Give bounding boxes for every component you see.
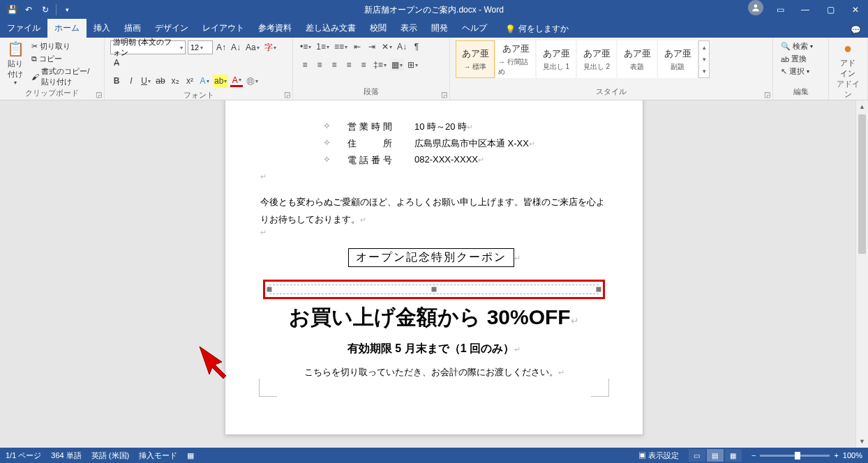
text-effects-icon[interactable]: A xyxy=(198,75,211,87)
show-marks-icon[interactable]: ¶ xyxy=(410,40,423,53)
macro-record-icon[interactable]: ▦ xyxy=(187,451,194,460)
grow-font-icon[interactable]: A↑ xyxy=(215,41,227,54)
style-gallery-more[interactable]: ▴▾▾ xyxy=(698,40,710,78)
enclose-char-icon[interactable]: ㊐ xyxy=(245,75,260,87)
change-case-icon[interactable]: Aa xyxy=(244,41,261,54)
select-button[interactable]: ↖選択▾ xyxy=(779,66,815,77)
minimize-icon[interactable]: ― xyxy=(793,0,818,20)
zoom-knob[interactable] xyxy=(795,452,800,460)
style-heading1[interactable]: あア亜見出し 1 xyxy=(537,40,576,78)
format-painter-button[interactable]: 🖌書式のコピー/貼り付け xyxy=(29,66,98,88)
resize-handle-center[interactable] xyxy=(432,287,437,292)
zoom-out-icon[interactable]: − xyxy=(751,451,756,460)
display-settings[interactable]: ▣ 表示設定 xyxy=(638,450,679,461)
copy-button[interactable]: ⧉コピー xyxy=(29,53,98,65)
clipboard-launcher-icon[interactable]: ◲ xyxy=(94,90,103,98)
comments-icon[interactable]: 💬 xyxy=(851,25,861,35)
clear-format-icon[interactable]: A̶ xyxy=(110,56,123,69)
scroll-thumb[interactable] xyxy=(858,114,866,254)
tab-layout[interactable]: レイアウト xyxy=(195,19,251,38)
style-heading2[interactable]: あア亜見出し 2 xyxy=(577,40,616,78)
phonetic-guide-icon[interactable]: 字 xyxy=(263,41,278,54)
subscript-icon[interactable]: x₂ xyxy=(169,75,181,87)
strike-icon[interactable]: ab xyxy=(154,75,167,87)
zoom-slider[interactable] xyxy=(760,455,830,457)
tab-file[interactable]: ファイル xyxy=(0,19,47,38)
zoom-value[interactable]: 100% xyxy=(843,451,862,460)
style-normal[interactable]: あア亜→ 標準 xyxy=(456,40,495,78)
document-area[interactable]: ✧営業時間10 時～20 時↵ ✧住 所広島県広島市中区本通 X-XX↵ ✧電話… xyxy=(0,100,868,448)
font-size-combo[interactable]: 12▾ xyxy=(188,40,213,54)
shrink-font-icon[interactable]: A↓ xyxy=(230,41,242,54)
resize-handle-right[interactable] xyxy=(597,287,601,292)
addin-button[interactable]: ●アド イン xyxy=(835,40,861,79)
redo-icon[interactable]: ↻ xyxy=(38,2,53,17)
tab-help[interactable]: ヘルプ xyxy=(455,19,494,38)
cut-button[interactable]: ✂切り取り xyxy=(29,40,98,52)
scroll-down-icon[interactable]: ▼ xyxy=(856,435,868,448)
align-right-icon[interactable]: ≡ xyxy=(328,59,341,71)
superscript-icon[interactable]: x² xyxy=(184,75,196,87)
view-print-icon[interactable]: ▤ xyxy=(707,449,724,462)
tab-home[interactable]: ホーム xyxy=(47,19,87,38)
borders-icon[interactable]: ⊞ xyxy=(406,59,419,71)
shading-icon[interactable]: ▦ xyxy=(390,59,404,71)
tab-developer[interactable]: 開発 xyxy=(424,19,455,38)
font-launcher-icon[interactable]: ◲ xyxy=(283,90,291,98)
sort-icon[interactable]: A↓ xyxy=(396,40,408,53)
status-mode[interactable]: 挿入モード xyxy=(139,450,177,461)
tab-references[interactable]: 参考資料 xyxy=(251,19,299,38)
styles-launcher-icon[interactable]: ◲ xyxy=(763,90,771,98)
style-subtitle[interactable]: あア亜副題 xyxy=(658,40,697,78)
bullets-icon[interactable]: •≡ xyxy=(299,40,313,53)
style-title[interactable]: あア亜表題 xyxy=(618,40,657,78)
user-avatar-icon[interactable] xyxy=(748,0,763,15)
align-center-icon[interactable]: ≡ xyxy=(313,59,326,71)
tel-label: 電話番号 xyxy=(347,154,398,167)
undo-icon[interactable]: ↶ xyxy=(21,2,36,17)
underline-icon[interactable]: U xyxy=(140,75,152,87)
resize-handle-left[interactable] xyxy=(267,287,272,292)
status-page[interactable]: 1/1 ページ xyxy=(6,450,41,461)
tab-view[interactable]: 表示 xyxy=(394,19,424,38)
line-spacing-icon[interactable]: ‡≡ xyxy=(372,59,388,71)
tab-design[interactable]: デザイン xyxy=(148,19,195,38)
indent-decrease-icon[interactable]: ⇤ xyxy=(351,40,364,53)
font-color-icon[interactable]: A xyxy=(230,75,243,87)
coupon-title-text: オープン記念特別クーポン xyxy=(356,251,507,263)
font-name-combo[interactable]: 游明朝 (本文のフォン▾ xyxy=(110,40,186,54)
replace-button[interactable]: ab置換 xyxy=(779,53,815,65)
tab-draw[interactable]: 描画 xyxy=(117,19,148,38)
tell-me-search[interactable]: 💡 何をしますか xyxy=(500,20,574,38)
paragraph-launcher-icon[interactable]: ◲ xyxy=(440,90,448,98)
tab-mailings[interactable]: 差し込み文書 xyxy=(299,19,363,38)
qat-customize-icon[interactable]: ▾ xyxy=(59,2,75,17)
justify-icon[interactable]: ≡ xyxy=(343,59,355,71)
style-no-spacing[interactable]: あア亜→ 行間詰め xyxy=(496,40,535,78)
maximize-icon[interactable]: ▢ xyxy=(818,0,843,20)
view-web-icon[interactable]: ▦ xyxy=(725,449,742,462)
ribbon-display-icon[interactable]: ▭ xyxy=(768,0,793,20)
tab-review[interactable]: 校閲 xyxy=(363,19,394,38)
multilevel-icon[interactable]: ≡≡ xyxy=(333,40,349,53)
close-icon[interactable]: ✕ xyxy=(843,0,868,20)
view-read-icon[interactable]: ▭ xyxy=(689,449,705,462)
distribute-icon[interactable]: ≡ xyxy=(357,59,370,71)
status-words[interactable]: 364 単語 xyxy=(51,450,81,461)
highlight-icon[interactable]: ab xyxy=(213,75,228,87)
bold-icon[interactable]: B xyxy=(110,75,123,87)
save-icon[interactable]: 💾 xyxy=(4,2,20,17)
align-left-icon[interactable]: ≡ xyxy=(299,59,311,71)
italic-icon[interactable]: I xyxy=(125,75,137,87)
find-button[interactable]: 🔍検索▾ xyxy=(779,40,815,52)
indent-increase-icon[interactable]: ⇥ xyxy=(366,40,378,53)
numbering-icon[interactable]: 1≡ xyxy=(315,40,331,53)
zoom-in-icon[interactable]: + xyxy=(834,451,838,460)
status-language[interactable]: 英語 (米国) xyxy=(91,450,129,461)
paste-button[interactable]: 📋貼り付け▾ xyxy=(6,40,25,86)
tab-insert[interactable]: 挿入 xyxy=(87,19,117,38)
vertical-scrollbar[interactable]: ▲ ▼ xyxy=(855,100,868,448)
scroll-up-icon[interactable]: ▲ xyxy=(856,100,868,113)
text-direction-icon[interactable]: ✕ xyxy=(380,40,394,53)
horizontal-line-object[interactable] xyxy=(269,284,599,294)
